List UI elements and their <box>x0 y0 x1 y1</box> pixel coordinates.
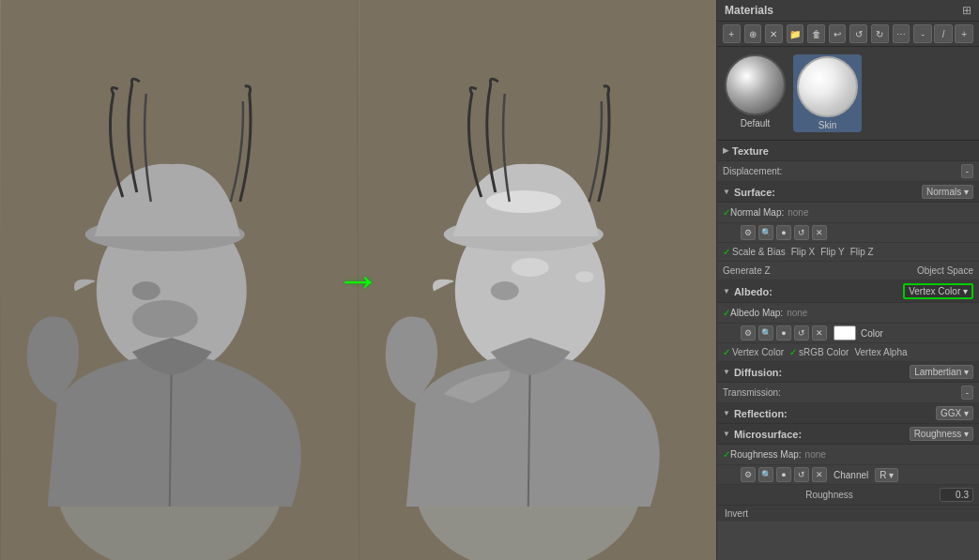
sphere-label-default: Default <box>741 118 771 129</box>
srgb-label: sRGB Color <box>799 347 849 357</box>
refresh-icon-btn[interactable]: ↺ <box>794 225 809 240</box>
displacement-dropdown[interactable]: - <box>961 164 973 178</box>
normal-map-label: Normal Map: <box>730 207 784 218</box>
roughness-map-check-icon: ✓ <box>723 449 730 460</box>
texture-title: ▶ Texture <box>723 145 769 157</box>
transmission-row: Transmission: - <box>717 383 979 403</box>
redo-button[interactable]: ↻ <box>871 24 889 43</box>
undo-button[interactable]: ↩ <box>829 24 847 43</box>
viewport-left <box>0 0 359 560</box>
folder-button[interactable]: 📁 <box>787 24 804 43</box>
generate-z-checkbox[interactable]: Generate Z <box>723 265 771 276</box>
duplicate-button[interactable]: ⊕ <box>744 24 762 43</box>
svg-point-15 <box>574 271 593 282</box>
flip-z-label: Flip Z <box>850 247 874 257</box>
roughness-value-input[interactable] <box>940 488 973 502</box>
slash-label: / <box>934 24 953 43</box>
viewport-right <box>359 0 717 560</box>
flip-y-checkbox[interactable]: Flip Y <box>820 247 844 257</box>
channel-dropdown[interactable]: R ▾ <box>875 468 898 482</box>
surface-title: ▼ Surface: <box>723 187 775 198</box>
search-icon-btn[interactable]: 🔍 <box>758 225 773 240</box>
trash-button[interactable]: 🗑 <box>807 24 825 43</box>
generate-z-row: Generate Z Object Space <box>717 262 979 280</box>
albedo-map-toolbar: ⚙ 🔍 ● ↺ ✕ Color <box>717 324 979 343</box>
plus-button[interactable]: + <box>955 24 973 43</box>
gear-icon-btn[interactable]: ⚙ <box>741 225 756 240</box>
sphere-item-skin[interactable]: Skin <box>793 54 862 132</box>
svg-point-12 <box>485 190 560 213</box>
generate-z-label: Generate Z <box>723 265 771 276</box>
albedo-map-check-icon: ✓ <box>723 308 730 318</box>
srgb-check-icon: ✓ <box>789 347 797 357</box>
microsurface-triangle-icon: ▼ <box>723 430 730 438</box>
material-spheres-container: Default Skin <box>717 47 979 141</box>
vertex-color-label: Vertex Color <box>732 347 784 357</box>
color-swatch[interactable] <box>834 325 856 341</box>
displacement-row: Displacement: - <box>717 161 979 182</box>
roughness-circle-icon-btn[interactable]: ● <box>776 467 791 482</box>
scale-bias-label: Scale & Bias <box>732 247 786 257</box>
reset-button[interactable]: ↺ <box>849 24 867 43</box>
color-label: Color <box>861 328 883 339</box>
albedo-clear-icon-btn[interactable]: ✕ <box>812 325 827 341</box>
vertex-color-checkbox[interactable]: ✓ Vertex Color <box>723 347 784 357</box>
microsurface-section-header[interactable]: ▼ Microsurface: Roughness ▾ <box>717 424 979 445</box>
diffusion-section-header[interactable]: ▼ Diffusion: Lambertian ▾ <box>717 362 979 383</box>
roughness-refresh-icon-btn[interactable]: ↺ <box>794 467 809 482</box>
ggx-dropdown[interactable]: GGX ▾ <box>936 406 973 420</box>
object-space-checkbox[interactable]: Object Space <box>917 265 973 276</box>
object-space-label: Object Space <box>917 265 973 276</box>
texture-section-header[interactable]: ▶ Texture <box>717 141 979 161</box>
triangle-icon: ▶ <box>723 146 728 155</box>
roughness-search-icon-btn[interactable]: 🔍 <box>758 467 773 482</box>
vertex-color-row: ✓ Vertex Color ✓ sRGB Color Vertex Alpha <box>717 343 979 362</box>
reflection-section-header[interactable]: ▼ Reflection: GGX ▾ <box>717 403 979 424</box>
clear-icon-btn[interactable]: ✕ <box>812 225 827 240</box>
reflection-title: ▼ Reflection: <box>723 408 788 419</box>
roughness-value-row: Roughness <box>717 485 979 506</box>
sphere-item-default[interactable]: Default <box>725 54 786 132</box>
albedo-triangle-icon: ▼ <box>723 287 730 295</box>
albedo-title: ▼ Albedo: <box>723 286 772 297</box>
vertex-alpha-checkbox[interactable]: Vertex Alpha <box>854 347 907 357</box>
transmission-label: Transmission: <box>723 387 781 398</box>
vertex-alpha-label: Vertex Alpha <box>854 347 907 357</box>
scale-bias-checkbox[interactable]: ✓ Scale & Bias <box>723 247 786 257</box>
flip-z-checkbox[interactable]: Flip Z <box>850 247 874 257</box>
diffusion-title: ▼ Diffusion: <box>723 367 782 378</box>
albedo-section-header[interactable]: ▼ Albedo: Vertex Color ▾ <box>717 280 979 303</box>
roughness-clear-icon-btn[interactable]: ✕ <box>812 467 827 482</box>
sphere-skin[interactable] <box>797 56 858 117</box>
add-material-button[interactable]: + <box>723 24 741 43</box>
displacement-label: Displacement: <box>723 166 782 176</box>
lambertian-dropdown[interactable]: Lambertian ▾ <box>910 365 973 379</box>
delete-button[interactable]: ✕ <box>765 24 783 43</box>
roughness-gear-icon-btn[interactable]: ⚙ <box>741 467 756 482</box>
normals-dropdown[interactable]: Normals ▾ <box>922 185 973 199</box>
albedo-refresh-icon-btn[interactable]: ↺ <box>794 325 809 341</box>
invert-label: Invert <box>725 508 748 519</box>
roughness-label: Roughness <box>805 490 853 500</box>
albedo-search-icon-btn[interactable]: 🔍 <box>758 325 773 341</box>
panel-close-button[interactable]: ⊞ <box>962 4 971 17</box>
minus-button[interactable]: - <box>913 24 932 43</box>
transmission-dropdown[interactable]: - <box>961 386 973 400</box>
srgb-color-checkbox[interactable]: ✓ sRGB Color <box>789 347 849 357</box>
sphere-default[interactable] <box>725 54 786 115</box>
svg-point-6 <box>132 300 198 338</box>
roughness-map-label: Roughness Map: <box>730 449 802 460</box>
roughness-mode-dropdown[interactable]: Roughness ▾ <box>910 427 973 441</box>
albedo-circle-icon-btn[interactable]: ● <box>776 325 791 341</box>
circle-icon-btn[interactable]: ● <box>776 225 791 240</box>
direction-arrow: → <box>336 258 381 303</box>
surface-triangle-icon: ▼ <box>723 188 730 196</box>
normal-map-row: ✓ Normal Map: none <box>717 203 979 223</box>
scale-bias-check-icon: ✓ <box>723 247 730 257</box>
options-button[interactable]: ⋯ <box>893 24 910 43</box>
flip-x-checkbox[interactable]: Flip X <box>791 247 816 257</box>
vertex-color-dropdown[interactable]: Vertex Color ▾ <box>903 283 973 299</box>
albedo-gear-icon-btn[interactable]: ⚙ <box>741 325 756 341</box>
surface-section-header[interactable]: ▼ Surface: Normals ▾ <box>717 182 979 203</box>
normal-map-toolbar: ⚙ 🔍 ● ↺ ✕ <box>717 223 979 243</box>
